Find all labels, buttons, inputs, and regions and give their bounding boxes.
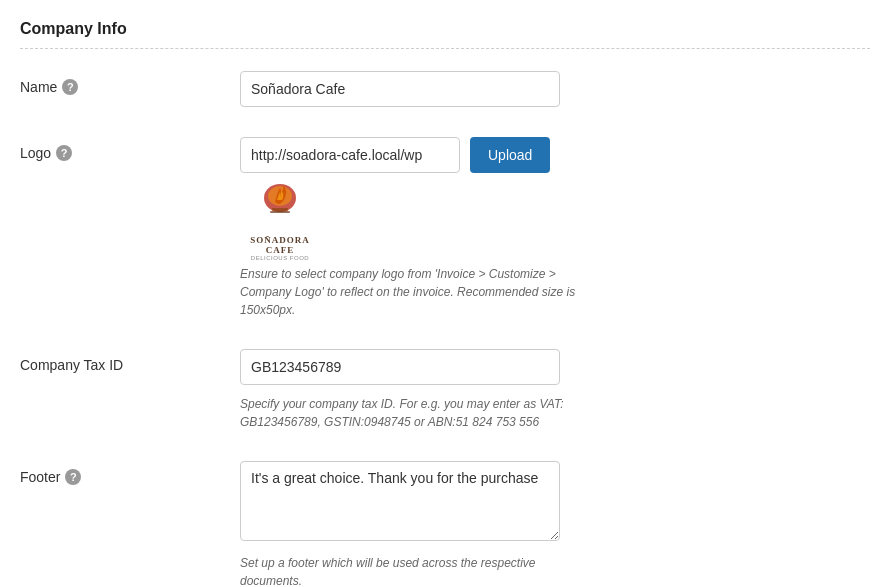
footer-textarea[interactable] [240,461,560,541]
tax-help-text: Specify your company tax ID. For e.g. yo… [240,395,580,431]
logo-preview: SOÑADORA CAFE DELICIOUS FOOD [240,185,820,255]
tax-label-col: Company Tax ID [20,349,240,373]
logo-control-col: Upload S [240,137,820,319]
tax-control-col: Specify your company tax ID. For e.g. yo… [240,349,820,431]
footer-control-col: Set up a footer which will be used acros… [240,461,820,587]
name-row: Name ? [20,61,870,107]
svg-rect-2 [272,208,288,211]
section-title: Company Info [20,20,870,49]
tax-label: Company Tax ID [20,357,123,373]
logo-help-icon[interactable]: ? [56,145,72,161]
logo-label-col: Logo ? [20,137,240,161]
logo-inputs-row: Upload [240,137,820,173]
logo-url-input[interactable] [240,137,460,173]
footer-row: Footer ? Set up a footer which will be u… [20,451,870,587]
logo-row: Logo ? Upload [20,127,870,319]
logo-help-text: Ensure to select company logo from 'Invo… [240,265,580,319]
footer-help-text: Set up a footer which will be used acros… [240,554,580,587]
footer-label-col: Footer ? [20,461,240,485]
name-label: Name [20,79,57,95]
name-label-col: Name ? [20,71,240,95]
logo-text-sub: DELICIOUS FOOD [240,255,320,261]
logo-label: Logo [20,145,51,161]
svg-rect-3 [270,211,290,213]
name-input[interactable] [240,71,560,107]
tax-row: Company Tax ID Specify your company tax … [20,339,870,431]
tax-input[interactable] [240,349,560,385]
name-control-col [240,71,820,107]
logo-svg: SOÑADORA CAFE DELICIOUS FOOD [240,180,320,261]
footer-help-icon[interactable]: ? [65,469,81,485]
logo-text-main: SOÑADORA CAFE [240,235,320,255]
footer-label: Footer [20,469,60,485]
logo-graphic [250,180,310,230]
logo-image: SOÑADORA CAFE DELICIOUS FOOD [240,185,320,255]
upload-button[interactable]: Upload [470,137,550,173]
name-help-icon[interactable]: ? [62,79,78,95]
